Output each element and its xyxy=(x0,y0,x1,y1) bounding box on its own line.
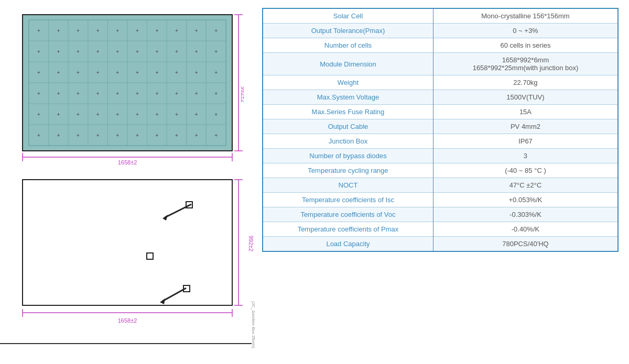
svg-text:+: + xyxy=(214,49,218,54)
svg-text:1658±2: 1658±2 xyxy=(118,317,137,324)
svg-text:+: + xyxy=(37,49,40,54)
svg-text:+: + xyxy=(57,28,60,34)
svg-text:+: + xyxy=(37,133,40,138)
spec-value: 15A xyxy=(433,105,618,119)
svg-text:+: + xyxy=(214,133,218,138)
svg-text:+: + xyxy=(175,133,178,138)
spec-value: PV 4mm2 xyxy=(433,119,618,134)
svg-text:+: + xyxy=(136,49,139,54)
svg-text:+: + xyxy=(136,112,139,117)
svg-text:+: + xyxy=(175,91,178,96)
side-note: (JC_Junction Box 25mm) xyxy=(251,301,256,348)
spec-label: Temperature cycling range xyxy=(263,163,433,178)
spec-value: Mono-crystalline 156*156mm xyxy=(433,8,618,24)
spec-value: 47°C ±2°C xyxy=(433,178,618,193)
svg-text:+: + xyxy=(155,28,158,34)
svg-text:+: + xyxy=(57,91,60,96)
svg-text:+: + xyxy=(175,70,178,75)
spec-value: -0.303%/K xyxy=(433,207,618,222)
table-row: Output CablePV 4mm2 xyxy=(263,119,618,134)
svg-text:+: + xyxy=(116,112,119,117)
left-panel: + + + + + + + + + + + + + + + + + + + + … xyxy=(0,0,257,364)
spec-label: Load Capacity xyxy=(263,237,433,252)
spec-label: Weight xyxy=(263,75,433,90)
svg-text:+: + xyxy=(136,28,139,34)
svg-text:+: + xyxy=(37,70,40,75)
spec-label: Number of cells xyxy=(263,38,433,53)
spec-value: +0.053%/K xyxy=(433,193,618,207)
table-row: Number of cells60 cells in series xyxy=(263,38,618,53)
table-row: Max.System Voltage1500V(TUV) xyxy=(263,90,618,105)
svg-text:+: + xyxy=(37,91,40,96)
spec-label: Max.System Voltage xyxy=(263,90,433,105)
spec-label: Max.Series Fuse Rating xyxy=(263,105,433,119)
svg-text:+: + xyxy=(175,28,178,34)
svg-text:+: + xyxy=(214,28,218,34)
spec-label: Output Tolerance(Pmax) xyxy=(263,24,433,38)
svg-text:+: + xyxy=(195,70,198,75)
spec-value: (-40 ~ 85 °C ) xyxy=(433,163,618,178)
spec-label: Temperature coefficients of Voc xyxy=(263,207,433,222)
spec-value: IP67 xyxy=(433,134,618,149)
svg-text:+: + xyxy=(77,112,80,117)
svg-text:+: + xyxy=(195,91,198,96)
svg-rect-87 xyxy=(147,253,153,259)
svg-text:+: + xyxy=(214,112,218,117)
svg-text:+: + xyxy=(57,112,60,117)
svg-text:+: + xyxy=(37,28,40,34)
svg-text:+: + xyxy=(116,49,119,54)
table-row: Load Capacity780PCS/40'HQ xyxy=(263,237,618,252)
svg-text:+: + xyxy=(77,49,80,54)
table-row: NOCT47°C ±2°C xyxy=(263,178,618,193)
svg-text:+: + xyxy=(96,28,100,34)
svg-text:+: + xyxy=(214,70,218,75)
svg-text:+: + xyxy=(175,49,178,54)
svg-text:+: + xyxy=(136,133,139,138)
table-row: Temperature coefficients of Pmax-0.40%/K xyxy=(263,222,618,237)
specs-table: Solar CellMono-crystalline 156*156mmOutp… xyxy=(262,8,619,252)
svg-text:992±2: 992±2 xyxy=(248,236,254,252)
svg-rect-84 xyxy=(23,180,232,305)
svg-text:+: + xyxy=(96,49,100,54)
table-row: Number of bypass diodes3 xyxy=(263,149,618,163)
svg-text:+: + xyxy=(57,49,60,54)
svg-text:+: + xyxy=(96,133,100,138)
svg-text:+: + xyxy=(155,70,158,75)
svg-text:+: + xyxy=(57,133,60,138)
svg-text:+: + xyxy=(96,112,100,117)
svg-text:+: + xyxy=(175,112,178,117)
svg-text:992±2: 992±2 xyxy=(240,86,244,103)
table-row: Temperature coefficients of Isc+0.053%/K xyxy=(263,193,618,207)
svg-text:+: + xyxy=(37,112,40,117)
svg-text:+: + xyxy=(57,70,60,75)
spec-value: 1500V(TUV) xyxy=(433,90,618,105)
right-panel: Solar CellMono-crystalline 156*156mmOutp… xyxy=(257,0,629,364)
spec-value: 22.70kg xyxy=(433,75,618,90)
spec-label: Junction Box xyxy=(263,134,433,149)
table-row: Module Dimension1658*992*6mm1658*992*25m… xyxy=(263,53,618,75)
svg-text:+: + xyxy=(214,91,218,96)
table-row: Solar CellMono-crystalline 156*156mm xyxy=(263,8,618,24)
bottom-diagram: 992±2 4±57 1658±2 xyxy=(18,175,238,317)
spec-label: NOCT xyxy=(263,178,433,193)
svg-text:+: + xyxy=(195,133,198,138)
table-row: Temperature cycling range(-40 ~ 85 °C ) xyxy=(263,163,618,178)
svg-text:+: + xyxy=(195,28,198,34)
spec-label: Temperature coefficients of Isc xyxy=(263,193,433,207)
svg-text:+: + xyxy=(155,133,158,138)
svg-text:+: + xyxy=(136,70,139,75)
svg-text:+: + xyxy=(116,91,119,96)
svg-text:+: + xyxy=(77,91,80,96)
svg-text:+: + xyxy=(155,112,158,117)
svg-text:+: + xyxy=(155,49,158,54)
svg-text:+: + xyxy=(116,70,119,75)
svg-text:+: + xyxy=(116,28,119,34)
table-row: Max.Series Fuse Rating15A xyxy=(263,105,618,119)
spec-label: Output Cable xyxy=(263,119,433,134)
table-row: Output Tolerance(Pmax)0 ~ +3% xyxy=(263,24,618,38)
table-row: Temperature coefficients of Voc-0.303%/K xyxy=(263,207,618,222)
spec-value: 1658*992*6mm1658*992*25mm(with junction … xyxy=(433,53,618,75)
table-row: Junction BoxIP67 xyxy=(263,134,618,149)
svg-text:+: + xyxy=(96,91,100,96)
spec-label: Number of bypass diodes xyxy=(263,149,433,163)
